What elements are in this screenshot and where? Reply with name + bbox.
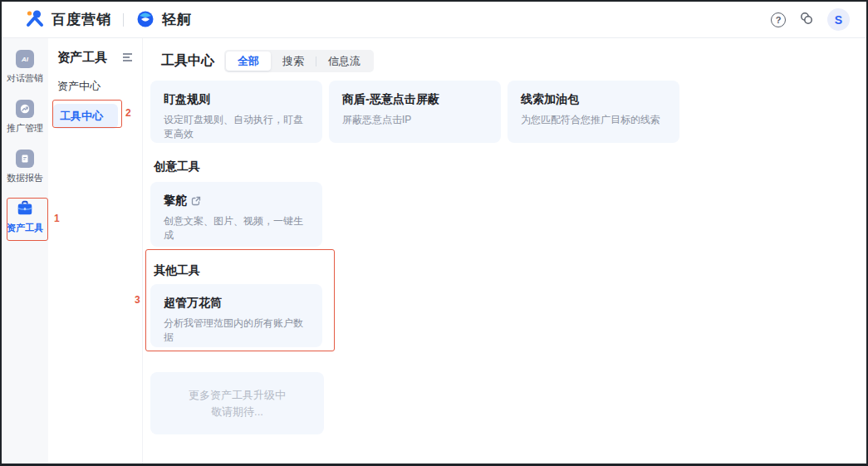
report-doc-icon xyxy=(16,150,34,168)
panel-title: 资产工具 xyxy=(57,50,107,66)
qingge-logo-icon xyxy=(135,8,155,32)
card-super-kaleidoscope[interactable]: 超管万花筒 分析我管理范围内的所有账户数据 xyxy=(150,284,322,347)
placeholder-line2: 敬请期待... xyxy=(211,404,263,420)
card-lead-booster[interactable]: 线索加油包 为您匹配符合您推广目标的线索 xyxy=(508,81,679,143)
card-desc: 设定盯盘规则、自动执行，盯盘更高效 xyxy=(164,113,309,141)
avatar[interactable]: S xyxy=(827,8,850,31)
external-link-icon xyxy=(191,196,201,206)
card-title-text: 擎舵 xyxy=(164,194,187,208)
tool-filter-tabs: 全部 搜索 信息流 xyxy=(224,50,374,72)
body: AI 对话营销 推广管理 xyxy=(2,38,866,464)
sidebar-item-label: 数据报告 xyxy=(7,172,43,184)
sidebar-item-promotion-management[interactable]: 推广管理 xyxy=(2,100,48,136)
card-title: 商盾-恶意点击屏蔽 xyxy=(342,92,488,107)
sidebar-item-dialog-marketing[interactable]: AI 对话营销 xyxy=(2,50,48,86)
tab-search[interactable]: 搜索 xyxy=(271,52,316,71)
primary-sidebar: AI 对话营销 推广管理 xyxy=(2,38,48,464)
sidebar-item-label: 对话营销 xyxy=(7,72,43,85)
card-desc: 屏蔽恶意点击IP xyxy=(342,113,488,127)
sidebar-item-asset-tools[interactable]: 资产工具 xyxy=(2,199,48,236)
sidebar-item-data-report[interactable]: 数据报告 xyxy=(2,150,48,186)
promotion-chart-icon xyxy=(16,100,34,118)
brand-secondary: 轻舸 xyxy=(162,10,192,29)
subnav-item-tool-center[interactable]: 工具中心 xyxy=(53,104,118,129)
page-title: 工具中心 xyxy=(161,52,214,70)
card-desc: 分析我管理范围内的所有账户数据 xyxy=(164,316,309,345)
svg-text:AI: AI xyxy=(21,56,29,63)
tool-cards-row: 盯盘规则 设定盯盘规则、自动执行，盯盘更高效 商盾-恶意点击屏蔽 屏蔽恶意点击I… xyxy=(150,81,866,143)
app-window: 百度营销 轻舸 ? S xyxy=(0,0,868,466)
brand-divider xyxy=(123,13,124,27)
baidu-marketing-logo-icon xyxy=(25,8,45,32)
section-title-other-tools: 其他工具 xyxy=(154,263,866,278)
overlapping-windows-icon[interactable] xyxy=(799,11,814,29)
card-title: 擎舵 xyxy=(164,194,309,208)
brand-primary: 百度营销 xyxy=(51,10,111,29)
ai-chat-icon: AI xyxy=(16,50,34,68)
main-header: 工具中心 全部 搜索 信息流 xyxy=(150,50,866,72)
tab-all[interactable]: 全部 xyxy=(226,52,271,71)
main-content: 工具中心 全部 搜索 信息流 盯盘规则 设定盯盘规则、自动执行，盯盘更高效 商盾… xyxy=(143,38,866,464)
sidebar-item-label: 资产工具 xyxy=(7,222,43,234)
help-icon[interactable]: ? xyxy=(771,12,786,27)
asset-tools-panel-header: 资产工具 xyxy=(48,50,142,66)
top-bar: 百度营销 轻舸 ? S xyxy=(2,2,866,38)
card-watch-rules[interactable]: 盯盘规则 设定盯盘规则、自动执行，盯盘更高效 xyxy=(150,81,322,143)
card-desc: 为您匹配符合您推广目标的线索 xyxy=(521,113,666,127)
brand-area: 百度营销 轻舸 xyxy=(25,8,192,32)
subnav-item-asset-center[interactable]: 资产中心 xyxy=(57,79,142,94)
more-tools-placeholder: 更多资产工具升级中 敬请期待... xyxy=(150,372,324,434)
card-title: 盯盘规则 xyxy=(164,92,309,107)
topbar-actions: ? S xyxy=(771,8,850,31)
placeholder-line1: 更多资产工具升级中 xyxy=(189,387,286,404)
section-title-creative-tools: 创意工具 xyxy=(154,159,866,174)
sidebar-item-label: 推广管理 xyxy=(7,122,43,135)
card-shield-click-block[interactable]: 商盾-恶意点击屏蔽 屏蔽恶意点击IP xyxy=(329,81,501,143)
card-title: 线索加油包 xyxy=(521,92,666,107)
card-qingduo[interactable]: 擎舵 创意文案、图片、视频，一键生成 xyxy=(150,182,322,247)
asset-tools-panel: 资产工具 资产中心 工具中心 xyxy=(48,38,143,464)
card-title: 超管万花筒 xyxy=(164,296,309,311)
tab-feed[interactable]: 信息流 xyxy=(316,52,372,71)
collapse-panel-icon[interactable] xyxy=(123,53,134,62)
briefcase-icon xyxy=(16,199,34,218)
card-desc: 创意文案、图片、视频，一键生成 xyxy=(164,214,309,243)
